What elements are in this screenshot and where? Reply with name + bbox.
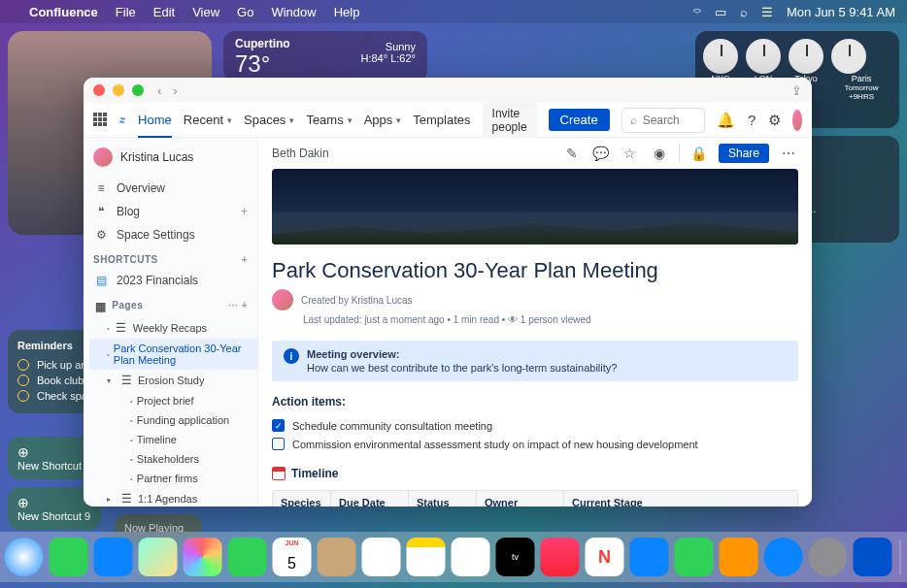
watch-icon[interactable]: ◉: [650, 144, 669, 163]
dock-contacts-icon[interactable]: [318, 538, 356, 576]
info-panel: i Meeting overview: How can we best cont…: [272, 341, 798, 381]
dock-mail-icon[interactable]: [94, 538, 133, 576]
tree-timeline[interactable]: •Timeline: [89, 430, 257, 449]
pages-more-icon[interactable]: ⋯ +: [228, 300, 248, 313]
nav-templates[interactable]: Templates: [413, 113, 470, 127]
sidebar-user[interactable]: Kristina Lucas: [84, 138, 257, 177]
search-box[interactable]: ⌕: [621, 108, 706, 133]
tree-project-brief[interactable]: •Project brief: [89, 391, 257, 410]
lock-icon[interactable]: 🔒: [689, 144, 709, 163]
dock-photos-icon[interactable]: [184, 538, 222, 576]
settings-gear-icon[interactable]: ⚙: [768, 110, 781, 131]
share-window-icon[interactable]: ⇪: [791, 83, 802, 98]
add-icon[interactable]: +: [241, 205, 248, 218]
dock-reminders-icon[interactable]: [362, 538, 401, 576]
menu-go[interactable]: Go: [237, 5, 253, 19]
dock-notes-icon[interactable]: [407, 538, 446, 576]
shortcuts-header: SHORTCUTS: [93, 254, 158, 265]
created-by-label: Created by Kristina Lucas: [301, 295, 413, 306]
menu-view[interactable]: View: [192, 5, 219, 19]
dock-maps-icon[interactable]: [139, 538, 178, 576]
dock-pages-icon[interactable]: [720, 538, 758, 576]
dock-messages-icon[interactable]: [50, 538, 88, 576]
author-avatar[interactable]: [272, 289, 293, 310]
pages-icon: ▦: [93, 300, 109, 313]
comment-icon[interactable]: 💬: [591, 144, 611, 163]
calendar-icon: [272, 467, 286, 480]
chevron-right-icon[interactable]: ▸: [107, 495, 115, 504]
checkbox-unchecked[interactable]: [272, 438, 285, 450]
nav-teams[interactable]: Teams: [306, 113, 352, 127]
tree-weekly-recaps[interactable]: •☰Weekly Recaps: [89, 317, 257, 339]
shortcut-2023-financials[interactable]: ▤2023 Financials: [84, 269, 257, 292]
add-shortcut-icon[interactable]: +: [242, 254, 248, 265]
dock-numbers-icon[interactable]: [675, 538, 714, 576]
dock-news-icon[interactable]: N: [586, 538, 624, 576]
fullscreen-window-button[interactable]: [132, 84, 144, 96]
help-icon[interactable]: ?: [747, 110, 756, 131]
menubar-datetime[interactable]: Mon Jun 5 9:41 AM: [787, 5, 895, 19]
tree-park-conservation[interactable]: •Park Conservation 30-Year Plan Meeting: [89, 339, 257, 370]
battery-icon[interactable]: ▭: [715, 5, 726, 19]
dock-tv-icon[interactable]: tv: [496, 538, 535, 576]
menu-help[interactable]: Help: [334, 5, 360, 19]
dock-freeform-icon[interactable]: [452, 538, 490, 576]
page-icon: ☰: [118, 492, 134, 506]
nav-recent[interactable]: Recent: [184, 113, 232, 127]
dock-music-icon[interactable]: [541, 538, 580, 576]
spotlight-icon[interactable]: ⌕: [740, 5, 748, 19]
search-icon: ⌕: [630, 114, 637, 127]
nav-apps[interactable]: Apps: [364, 113, 402, 127]
checkbox-checked[interactable]: [272, 419, 285, 432]
tree-partner-firms[interactable]: •Partner firms: [89, 469, 257, 488]
menu-edit[interactable]: Edit: [153, 5, 175, 19]
control-center-icon[interactable]: ☰: [761, 5, 773, 19]
share-button[interactable]: Share: [719, 144, 769, 163]
create-button[interactable]: Create: [549, 109, 610, 131]
menu-window[interactable]: Window: [271, 5, 316, 19]
back-button[interactable]: ‹: [157, 83, 161, 98]
menu-file[interactable]: File: [116, 5, 136, 19]
tree-erosion-study[interactable]: ▾☰Erosion Study: [89, 370, 257, 391]
user-avatar-icon: [93, 147, 113, 167]
search-input[interactable]: [643, 114, 697, 127]
dock-calendar-icon[interactable]: JUN5: [273, 538, 312, 576]
nav-spaces[interactable]: Spaces: [244, 113, 294, 127]
macos-menubar: Confluence File Edit View Go Window Help…: [0, 0, 907, 23]
menubar-app-name[interactable]: Confluence: [29, 5, 98, 19]
dock-appstore-icon[interactable]: [764, 538, 803, 576]
sidebar-overview[interactable]: ≡Overview: [84, 177, 257, 200]
weather-widget[interactable]: Cupertino 73° Sunny H:84° L:62°: [223, 31, 427, 82]
dock-safari-icon[interactable]: [5, 538, 44, 576]
tree-funding-application[interactable]: •Funding application: [89, 410, 257, 430]
th-stage: Current Stage: [564, 491, 797, 506]
invite-people-button[interactable]: Invite people: [483, 103, 537, 138]
minimize-window-button[interactable]: [113, 84, 124, 96]
app-switcher-icon[interactable]: [93, 113, 107, 128]
dock-acrobat-icon[interactable]: [854, 538, 892, 576]
dock-keynote-icon[interactable]: [630, 538, 669, 576]
edit-icon[interactable]: ✎: [562, 144, 582, 163]
action-item: Commission environmental assessment stud…: [272, 435, 798, 453]
page-meta: Last updated: just a moment ago • 1 min …: [258, 314, 812, 337]
timeline-table: Species Due Date Status Owner Current St…: [272, 490, 798, 506]
tree-agendas[interactable]: ▸☰1:1 Agendas: [89, 488, 257, 506]
dock-facetime-icon[interactable]: [228, 538, 267, 576]
breadcrumb-space[interactable]: Beth Dakin: [272, 147, 329, 160]
pages-header: Pages: [112, 300, 143, 313]
sidebar-blog[interactable]: ❝Blog+: [84, 200, 257, 223]
confluence-logo-icon[interactable]: [118, 112, 126, 129]
nav-home[interactable]: Home: [138, 113, 172, 127]
wifi-icon[interactable]: ⌔: [693, 5, 701, 19]
more-actions-icon[interactable]: ⋯: [779, 144, 798, 163]
sidebar-space-settings[interactable]: ⚙Space Settings: [84, 223, 257, 246]
star-icon[interactable]: ☆: [621, 144, 640, 163]
profile-avatar[interactable]: [792, 110, 802, 131]
author-link[interactable]: Kristina Lucas: [352, 295, 413, 306]
tree-stakeholders[interactable]: •Stakeholders: [89, 449, 257, 469]
chevron-down-icon[interactable]: ▾: [107, 376, 115, 385]
dock-settings-icon[interactable]: [809, 538, 848, 576]
notifications-icon[interactable]: 🔔: [717, 110, 735, 131]
close-window-button[interactable]: [93, 84, 105, 96]
forward-button[interactable]: ›: [173, 83, 177, 98]
